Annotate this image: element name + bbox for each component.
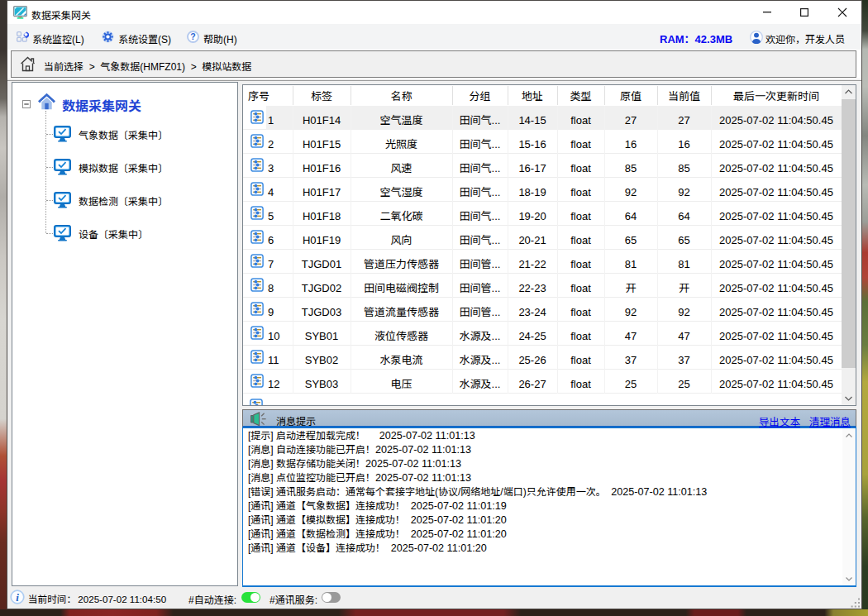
svg-text:i: i <box>16 591 19 604</box>
svg-text:?: ? <box>190 31 195 41</box>
